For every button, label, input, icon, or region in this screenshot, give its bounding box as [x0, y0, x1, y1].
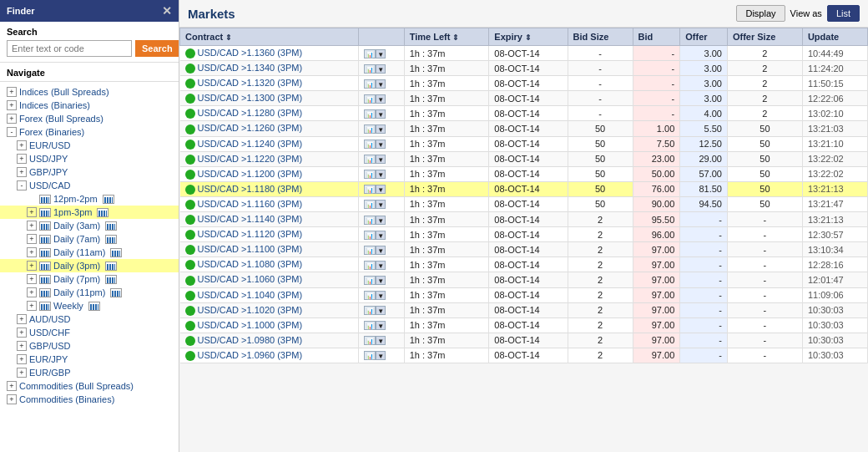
expander-icon[interactable]: -: [17, 180, 27, 190]
chart-mini-icon[interactable]: 📊: [364, 276, 376, 285]
table-row[interactable]: USD/CAD >1.0980 (3PM)📊▼1h : 37m08-OCT-14…: [180, 333, 868, 348]
table-row[interactable]: USD/CAD >1.1160 (3PM)📊▼1h : 37m08-OCT-14…: [180, 196, 868, 211]
chart-mini-icon[interactable]: 📊: [364, 200, 376, 209]
expander-icon[interactable]: +: [17, 140, 27, 150]
contract-cell[interactable]: USD/CAD >1.0960 (3PM): [180, 348, 359, 363]
chart-mini-icon[interactable]: 📊: [364, 109, 376, 119]
dropdown-icon[interactable]: ▼: [376, 170, 386, 179]
contract-cell[interactable]: USD/CAD >1.1320 (3PM): [180, 76, 359, 91]
sidebar-item-daily-3pm[interactable]: +Daily (3pm): [0, 259, 179, 272]
table-row[interactable]: USD/CAD >1.1220 (3PM)📊▼1h : 37m08-OCT-14…: [180, 151, 868, 166]
expander-icon[interactable]: +: [27, 261, 37, 271]
table-row[interactable]: USD/CAD >1.1040 (3PM)📊▼1h : 37m08-OCT-14…: [180, 287, 868, 302]
contract-cell[interactable]: USD/CAD >1.1060 (3PM): [180, 272, 359, 287]
chart-mini-icon[interactable]: 📊: [364, 231, 376, 240]
dropdown-icon[interactable]: ▼: [376, 155, 386, 164]
expander-icon[interactable]: +: [7, 114, 17, 124]
contract-cell[interactable]: USD/CAD >1.1160 (3PM): [180, 196, 359, 211]
dropdown-icon[interactable]: ▼: [376, 94, 386, 104]
dropdown-icon[interactable]: ▼: [376, 276, 386, 285]
chart-mini-icon[interactable]: 📊: [364, 321, 376, 330]
chart-mini-icon[interactable]: 📊: [364, 336, 376, 345]
sidebar-item-usd-chf[interactable]: +USD/CHF: [0, 326, 179, 339]
sidebar-item-aud-usd[interactable]: +AUD/USD: [0, 312, 179, 326]
chart-mini-icon[interactable]: 📊: [364, 306, 376, 315]
sidebar-item-usd-cad[interactable]: -USD/CAD: [0, 179, 179, 192]
contract-cell[interactable]: USD/CAD >1.1180 (3PM): [180, 181, 359, 196]
contract-cell[interactable]: USD/CAD >1.1340 (3PM): [180, 61, 359, 76]
table-row[interactable]: USD/CAD >1.1140 (3PM)📊▼1h : 37m08-OCT-14…: [180, 212, 868, 227]
contract-cell[interactable]: USD/CAD >1.1120 (3PM): [180, 227, 359, 242]
chart-mini-icon[interactable]: 📊: [364, 79, 376, 89]
dropdown-icon[interactable]: ▼: [376, 216, 386, 225]
dropdown-icon[interactable]: ▼: [376, 336, 386, 345]
dropdown-icon[interactable]: ▼: [376, 200, 386, 209]
table-row[interactable]: USD/CAD >1.1120 (3PM)📊▼1h : 37m08-OCT-14…: [180, 227, 868, 242]
contract-cell[interactable]: USD/CAD >1.1140 (3PM): [180, 212, 359, 227]
chart-mini-icon[interactable]: 📊: [364, 291, 376, 300]
expander-icon[interactable]: +: [7, 87, 17, 97]
close-icon[interactable]: ✕: [162, 4, 172, 18]
dropdown-icon[interactable]: ▼: [376, 109, 386, 119]
chart-mini-icon[interactable]: 📊: [364, 170, 376, 179]
table-row[interactable]: USD/CAD >1.1340 (3PM)📊▼1h : 37m08-OCT-14…: [180, 61, 868, 76]
col-header-expiry[interactable]: Expiry⇕: [489, 28, 568, 46]
expander-icon[interactable]: +: [17, 314, 27, 324]
expander-icon[interactable]: +: [27, 274, 37, 284]
sidebar-item-12pm-2pm[interactable]: 12pm-2pm: [0, 192, 179, 206]
col-header-contract[interactable]: Contract⇕: [180, 28, 359, 46]
contract-cell[interactable]: USD/CAD >1.1100 (3PM): [180, 242, 359, 257]
sidebar-item-daily-11am[interactable]: +Daily (11am): [0, 246, 179, 259]
dropdown-icon[interactable]: ▼: [376, 79, 386, 89]
dropdown-icon[interactable]: ▼: [376, 351, 386, 360]
search-button[interactable]: Search: [135, 40, 179, 57]
search-input[interactable]: [7, 40, 132, 57]
contract-cell[interactable]: USD/CAD >1.1300 (3PM): [180, 91, 359, 106]
dropdown-icon[interactable]: ▼: [376, 291, 386, 300]
col-header-timeleft[interactable]: Time Left⇕: [404, 28, 489, 46]
dropdown-icon[interactable]: ▼: [376, 49, 386, 58]
expander-icon[interactable]: +: [7, 100, 17, 110]
expander-icon[interactable]: +: [27, 221, 37, 231]
table-row[interactable]: USD/CAD >1.1260 (3PM)📊▼1h : 37m08-OCT-14…: [180, 121, 868, 136]
sidebar-item-commodities-bull[interactable]: +Commodities (Bull Spreads): [0, 379, 179, 393]
chart-mini-icon[interactable]: 📊: [364, 64, 376, 74]
sidebar-item-indices-bull[interactable]: +Indices (Bull Spreads): [0, 85, 179, 99]
expander-icon[interactable]: +: [27, 301, 37, 311]
dropdown-icon[interactable]: ▼: [376, 231, 386, 240]
chart-mini-icon[interactable]: 📊: [364, 94, 376, 104]
expander-icon[interactable]: +: [17, 167, 27, 177]
table-row[interactable]: USD/CAD >1.1060 (3PM)📊▼1h : 37m08-OCT-14…: [180, 272, 868, 287]
table-row[interactable]: USD/CAD >1.1360 (3PM)📊▼1h : 37m08-OCT-14…: [180, 46, 868, 61]
table-row[interactable]: USD/CAD >1.1100 (3PM)📊▼1h : 37m08-OCT-14…: [180, 242, 868, 257]
dropdown-icon[interactable]: ▼: [376, 306, 386, 315]
expander-icon[interactable]: +: [17, 341, 27, 351]
chart-mini-icon[interactable]: 📊: [364, 155, 376, 164]
dropdown-icon[interactable]: ▼: [376, 261, 386, 270]
dropdown-icon[interactable]: ▼: [376, 246, 386, 255]
chart-mini-icon[interactable]: 📊: [364, 124, 376, 134]
sidebar-item-gbp-jpy[interactable]: +GBP/JPY: [0, 165, 179, 179]
sidebar-item-usd-jpy[interactable]: +USD/JPY: [0, 152, 179, 165]
table-row[interactable]: USD/CAD >1.1180 (3PM)📊▼1h : 37m08-OCT-14…: [180, 181, 868, 196]
sidebar-item-eur-gbp[interactable]: +EUR/GBP: [0, 366, 179, 379]
expander-icon[interactable]: +: [17, 354, 27, 364]
contract-cell[interactable]: USD/CAD >1.1240 (3PM): [180, 136, 359, 151]
contract-cell[interactable]: USD/CAD >1.1200 (3PM): [180, 166, 359, 181]
sidebar-item-1pm-3pm[interactable]: +1pm-3pm: [0, 206, 179, 219]
sidebar-item-daily-11pm[interactable]: +Daily (11pm): [0, 286, 179, 299]
contract-cell[interactable]: USD/CAD >1.1080 (3PM): [180, 257, 359, 272]
sidebar-item-commodities-bin[interactable]: +Commodities (Binaries): [0, 393, 179, 406]
expander-icon[interactable]: +: [17, 368, 27, 378]
sidebar-item-eur-jpy[interactable]: +EUR/JPY: [0, 353, 179, 366]
chart-mini-icon[interactable]: 📊: [364, 351, 376, 360]
chart-mini-icon[interactable]: 📊: [364, 185, 376, 194]
table-row[interactable]: USD/CAD >1.1320 (3PM)📊▼1h : 37m08-OCT-14…: [180, 76, 868, 91]
chart-mini-icon[interactable]: 📊: [364, 246, 376, 255]
contract-cell[interactable]: USD/CAD >1.1020 (3PM): [180, 302, 359, 317]
sidebar-item-daily-7pm[interactable]: +Daily (7pm): [0, 272, 179, 286]
expander-icon[interactable]: +: [27, 247, 37, 257]
sidebar-item-gbp-usd[interactable]: +GBP/USD: [0, 339, 179, 353]
sidebar-item-daily-3am[interactable]: +Daily (3am): [0, 219, 179, 232]
expander-icon[interactable]: +: [17, 328, 27, 338]
